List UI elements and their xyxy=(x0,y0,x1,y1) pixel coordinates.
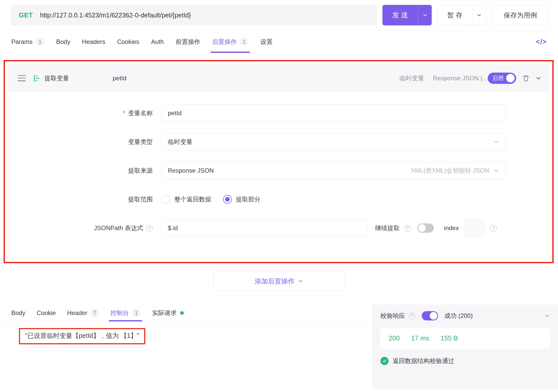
index-input[interactable] xyxy=(464,219,484,237)
validation-label: 校验响应 xyxy=(380,312,405,320)
extract-source-select[interactable]: Response JSON XML(类XML)会智能转 JSON xyxy=(161,162,506,179)
response-time: 17 ms xyxy=(411,334,429,342)
collapse-chevron-icon[interactable] xyxy=(544,312,550,319)
url-input[interactable]: GET http://127.0.0.1:4523/m1/622362-0-de… xyxy=(11,5,377,25)
tab-response-body[interactable]: Body xyxy=(11,305,25,321)
required-asterisk: * xyxy=(123,110,125,117)
extract-scope-row: 提取范围 整个返回数据 提取部分 xyxy=(8,191,549,208)
variable-name-label: * 变量名称 xyxy=(8,109,161,117)
extract-source-hint: XML(类XML)会智能转 JSON xyxy=(411,166,499,175)
extract-source-label: 提取来源 xyxy=(8,166,161,175)
chevron-down-icon xyxy=(476,12,482,18)
variable-type-select[interactable]: 临时变量 xyxy=(161,133,506,151)
scope-radio-group: 整个返回数据 提取部分 xyxy=(161,195,268,204)
tab-auth[interactable]: Auth xyxy=(151,31,164,53)
enable-toggle-label: 启用 xyxy=(492,74,504,82)
response-meta-card: 200 17 ms 155 B xyxy=(380,328,550,349)
params-count-badge: 1 xyxy=(36,37,44,46)
tab-cookies[interactable]: Cookies xyxy=(117,31,139,53)
help-icon[interactable]: ? xyxy=(146,225,153,232)
tab-response-cookie[interactable]: Cookie xyxy=(37,305,56,321)
console-divider xyxy=(0,351,372,351)
extract-variable-form: * 变量名称 petId 变量类型 临时变量 xyxy=(8,92,549,258)
validation-status: 成功 (200) xyxy=(444,312,473,320)
card-title: 提取变量 xyxy=(44,74,69,82)
radio-full-response-label: 整个返回数据 xyxy=(174,195,211,203)
status-code: 200 xyxy=(389,334,400,342)
check-icon xyxy=(380,357,389,365)
drag-handle-icon[interactable] xyxy=(18,75,26,81)
validation-result-text: 返回数据结构校验通过 xyxy=(393,357,454,365)
tab-pre-actions[interactable]: 前置操作 xyxy=(176,31,200,53)
radio-full-response[interactable] xyxy=(161,195,170,204)
continue-extract-label: 继续提取 xyxy=(375,224,400,232)
add-post-action-label: 添加后置操作 xyxy=(255,277,295,286)
enable-toggle[interactable]: 启用 xyxy=(488,73,516,84)
radio-extract-part[interactable] xyxy=(223,195,232,204)
send-button-label: 发 送 xyxy=(382,11,418,20)
console-count-badge: 1 xyxy=(132,309,141,317)
save-draft-label: 暂 存 xyxy=(438,11,472,20)
request-tabs: Params 1 Body Headers Cookies Auth 前置操作 … xyxy=(0,31,558,53)
enable-toggle-knob xyxy=(506,74,515,82)
validation-panel: 校验响应 ? 成功 (200) 200 17 ms 155 B 返回数据结构校验… xyxy=(373,305,558,389)
delete-icon[interactable] xyxy=(522,74,530,82)
header-count-badge: 7 xyxy=(90,309,99,317)
tab-body[interactable]: Body xyxy=(56,31,70,53)
extract-variable-card: 提取变量 petId 临时变量 Response JSON (... 启用 * … xyxy=(8,65,549,259)
tab-settings[interactable]: 设置 xyxy=(260,31,273,53)
save-as-case-label: 保存为用例 xyxy=(504,11,537,20)
chevron-down-icon xyxy=(493,139,499,145)
help-icon[interactable]: ? xyxy=(490,225,497,232)
jsonpath-input[interactable]: $.id xyxy=(161,219,367,237)
tab-console[interactable]: 控制台 1 xyxy=(110,305,141,321)
jsonpath-row: JSONPath 表达式 ? $.id 继续提取 ? index ? xyxy=(8,219,549,237)
save-as-case-button[interactable]: 保存为用例 xyxy=(492,5,549,25)
response-section: Body Cookie Header 7 控制台 1 实际请求 "已设置临时变量… xyxy=(0,305,558,389)
chevron-down-icon xyxy=(298,278,303,284)
extract-source-row: 提取来源 Response JSON XML(类XML)会智能转 JSON xyxy=(8,162,549,179)
validation-result-row: 返回数据结构校验通过 xyxy=(380,357,550,365)
jsonpath-label: JSONPath 表达式 ? xyxy=(8,224,161,232)
variable-type-label: 变量类型 xyxy=(8,138,161,146)
extract-variable-header[interactable]: 提取变量 petId 临时变量 Response JSON (... 启用 xyxy=(8,65,549,92)
tab-headers[interactable]: Headers xyxy=(82,31,105,53)
save-draft-button[interactable]: 暂 存 xyxy=(437,5,486,25)
summary-variable-type: 临时变量 xyxy=(400,74,424,82)
tab-post-actions[interactable]: 后置操作 1 xyxy=(212,31,248,53)
tab-params[interactable]: Params 1 xyxy=(11,31,44,53)
help-icon[interactable]: ? xyxy=(404,225,411,232)
tab-response-header[interactable]: Header 7 xyxy=(67,305,99,321)
radio-extract-part-label: 提取部分 xyxy=(236,195,261,203)
tab-actual-request[interactable]: 实际请求 xyxy=(152,305,184,321)
save-draft-dropdown-button[interactable] xyxy=(472,5,486,25)
card-variable-name: petId xyxy=(113,75,126,82)
chevron-down-icon xyxy=(422,12,428,18)
variable-name-input[interactable]: petId xyxy=(161,104,506,122)
variable-name-row: * 变量名称 petId xyxy=(8,104,549,122)
method-label: GET xyxy=(19,11,33,19)
response-tabs: Body Cookie Header 7 控制台 1 实际请求 xyxy=(0,305,372,321)
post-actions-count-badge: 1 xyxy=(240,37,248,46)
url-text: http://127.0.0.1:4523/m1/622362-0-defaul… xyxy=(40,12,191,19)
response-left-panel: Body Cookie Header 7 控制台 1 实际请求 "已设置临时变量… xyxy=(0,305,373,389)
chevron-down-icon xyxy=(493,167,499,174)
send-button[interactable]: 发 送 xyxy=(382,5,432,25)
continue-extract-toggle[interactable] xyxy=(417,223,434,233)
add-post-action-button[interactable]: 添加后置操作 xyxy=(213,272,345,291)
collapse-chevron-icon[interactable] xyxy=(535,75,542,82)
help-icon[interactable]: ? xyxy=(409,312,416,319)
highlight-rectangle: 提取变量 petId 临时变量 Response JSON (... 启用 * … xyxy=(4,60,554,263)
summary-source: Response JSON (... xyxy=(433,75,488,82)
console-log-message: "已设置临时变量【petId】，值为 【1】" xyxy=(19,328,145,344)
validation-header-row: 校验响应 ? 成功 (200) xyxy=(380,311,550,320)
code-view-icon[interactable]: </> xyxy=(536,38,547,46)
request-toolbar: GET http://127.0.0.1:4523/m1/622362-0-de… xyxy=(0,0,558,31)
actual-request-dot-icon xyxy=(180,311,184,315)
send-dropdown-button[interactable] xyxy=(418,5,432,25)
extract-variable-icon xyxy=(33,74,41,82)
validation-toggle[interactable] xyxy=(422,311,438,320)
variable-type-row: 变量类型 临时变量 xyxy=(8,133,549,151)
extract-scope-label: 提取范围 xyxy=(8,195,161,203)
index-label: index xyxy=(444,224,459,232)
